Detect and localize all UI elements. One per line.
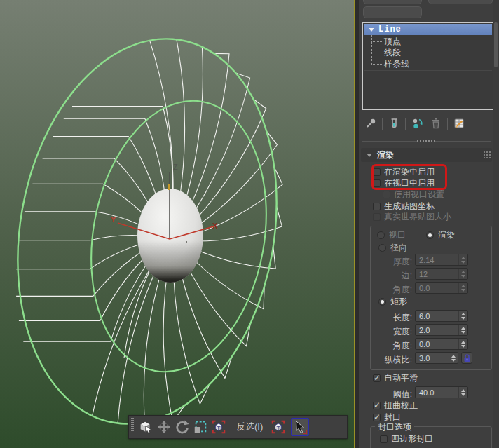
toolbar-separator <box>405 118 406 130</box>
show-end-result-icon[interactable] <box>388 117 400 132</box>
collapse-arrow-icon[interactable] <box>369 28 374 32</box>
check-generate-mapping-coords[interactable]: 生成贴图坐标 <box>373 201 435 211</box>
spinner-arrows-icon[interactable] <box>458 339 467 349</box>
check-auto-smooth[interactable]: 自动平滑 <box>373 373 418 383</box>
length-value: 6.0 <box>419 312 430 320</box>
threshold-spinner[interactable]: 40.0 <box>415 386 468 398</box>
select-object-icon[interactable] <box>137 418 155 436</box>
width-label: 宽度: <box>364 326 412 338</box>
aspect-lock-button[interactable] <box>461 352 472 364</box>
remove-modifier-icon[interactable] <box>430 117 442 132</box>
rollout-collapse-icon[interactable] <box>367 154 372 157</box>
sides-spinner: 12 <box>415 268 468 280</box>
subobject-vertex[interactable]: 顶点 <box>363 36 492 47</box>
pin-stack-icon[interactable] <box>364 117 377 132</box>
checkbox-icon[interactable] <box>373 374 381 382</box>
radio-radial[interactable]: 径向 <box>378 243 407 252</box>
z-axis-label: Z <box>173 163 178 171</box>
stray-vertex-dot <box>186 241 187 243</box>
command-panel: Line 顶点 线段 样条线 <box>359 0 499 448</box>
y-axis-label: Y <box>111 215 116 224</box>
radio-icon[interactable] <box>378 298 386 306</box>
move-icon[interactable] <box>155 418 173 436</box>
spinner-arrows-icon[interactable] <box>458 387 467 398</box>
width-value: 2.0 <box>419 326 430 334</box>
sides-value: 12 <box>419 270 428 278</box>
subobject-spline[interactable]: 样条线 <box>363 58 492 69</box>
selection-toolbar: 反选(I) <box>128 415 348 439</box>
cube-red-corners-icon[interactable] <box>210 418 228 436</box>
subobject-label: 线段 <box>384 47 401 59</box>
subobject-label: 顶点 <box>384 36 401 48</box>
checkbox-icon[interactable] <box>380 435 388 443</box>
make-unique-icon[interactable] <box>411 117 425 132</box>
checkbox-icon[interactable] <box>373 203 381 210</box>
radio-label: 矩形 <box>390 296 407 308</box>
panel-scrollbar-thumb[interactable] <box>494 22 498 67</box>
width-spinner[interactable]: 2.0 <box>415 324 468 336</box>
length-label: 长度: <box>364 312 412 324</box>
radio-icon <box>377 231 385 239</box>
toolbar-separator <box>382 118 383 130</box>
select-cursor-active-icon[interactable] <box>291 418 309 436</box>
check-use-viewport-settings: 使用视口设置 <box>383 189 444 199</box>
stack-item-line[interactable]: Line <box>364 24 492 35</box>
subobject-segment[interactable]: 线段 <box>363 47 492 58</box>
check-twist-correct[interactable]: 扭曲校正 <box>373 400 418 410</box>
angle-rect-spinner[interactable]: 0.0 <box>415 338 468 350</box>
panel-button-partial-2[interactable] <box>428 0 493 4</box>
aspect-label: 纵横比: <box>364 354 412 366</box>
aspect-value: 3.0 <box>419 354 430 362</box>
check-quad-cap[interactable]: 四边形封口 <box>380 434 433 444</box>
red-annotation-box <box>371 164 447 190</box>
tree-stub <box>371 53 382 53</box>
checkbox-label: 扭曲校正 <box>384 400 418 412</box>
panel-scrollbar[interactable] <box>493 0 499 448</box>
rollout-divider[interactable] <box>362 141 491 142</box>
angle-radial-spinner: 0.0 <box>415 282 468 294</box>
radio-renderer[interactable]: 渲染 <box>426 231 455 240</box>
radio-icon[interactable] <box>378 244 386 252</box>
checkbox-icon <box>383 191 390 198</box>
check-cap[interactable]: 封口 <box>373 412 401 422</box>
spinner-arrows-icon <box>458 283 467 293</box>
checkbox-label: 四边形封口 <box>391 433 433 445</box>
spinner-arrows-icon[interactable] <box>458 311 467 321</box>
invert-selection-label[interactable]: 反选(I) <box>236 421 263 433</box>
checkbox-label: 使用视口设置 <box>394 189 444 201</box>
modifier-list-button[interactable] <box>363 6 422 18</box>
checkbox-icon <box>373 213 381 221</box>
checkbox-icon[interactable] <box>373 414 381 421</box>
cap-options-title: 封口选项 <box>375 421 414 433</box>
rollout-header-render[interactable]: 渲染 <box>361 148 492 162</box>
radio-icon[interactable] <box>426 231 434 239</box>
threshold-label: 阈值: <box>364 388 412 400</box>
configure-modifier-sets-icon[interactable] <box>453 117 465 132</box>
radio-rectangular[interactable]: 矩形 <box>378 297 407 306</box>
check-real-world-map-size: 真实世界贴图大小 <box>373 212 451 222</box>
radio-label: 渲染 <box>438 229 455 241</box>
spinner-arrows-icon[interactable] <box>458 325 467 335</box>
sphere-shadow <box>137 189 203 283</box>
toolbar-separator <box>447 118 448 130</box>
toolbar-drag-handle[interactable] <box>131 418 134 436</box>
viewport[interactable]: Z Y X <box>0 0 354 448</box>
rotate-icon[interactable] <box>173 418 191 436</box>
length-spinner[interactable]: 6.0 <box>415 310 468 322</box>
modifier-stack-list: Line 顶点 线段 样条线 <box>362 22 493 110</box>
tree-stub <box>371 41 382 42</box>
panel-button-partial-1[interactable] <box>363 0 422 4</box>
rollout-drag-grip-icon[interactable] <box>484 154 485 156</box>
checkbox-icon[interactable] <box>373 402 381 409</box>
viewport-canvas[interactable]: Z Y X <box>0 0 354 448</box>
rectangular-region-icon[interactable] <box>191 418 210 436</box>
divider-grip-icon[interactable] <box>417 140 435 142</box>
cube-red-corners-icon-2[interactable] <box>269 418 287 436</box>
rollout-title: 渲染 <box>377 149 394 161</box>
radio-label: 视口 <box>389 229 406 241</box>
aspect-spinner[interactable]: 3.0 <box>415 352 458 364</box>
spinner-arrows-icon[interactable] <box>449 353 458 363</box>
checkbox-label: 真实世界贴图大小 <box>384 211 451 223</box>
threshold-value: 40.0 <box>419 388 434 397</box>
tree-stub <box>371 64 382 65</box>
